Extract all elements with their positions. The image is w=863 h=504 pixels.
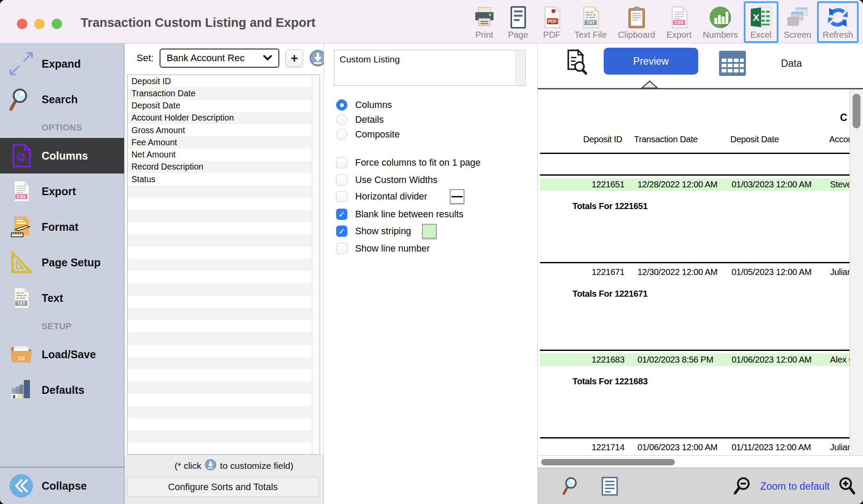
toolbar-button-text-file[interactable]: TXTText File bbox=[569, 1, 612, 43]
sidebar-item-search[interactable]: Search bbox=[0, 82, 124, 117]
radio-row-details[interactable]: Details bbox=[336, 112, 384, 127]
sidebar-item-text[interactable]: TXTText bbox=[0, 280, 124, 316]
field-row[interactable]: Account Holder Description bbox=[127, 112, 312, 124]
field-row[interactable]: Status bbox=[127, 173, 312, 185]
zoom-to-default-link[interactable]: Zoom to default bbox=[755, 468, 835, 504]
radio-row-composite[interactable]: Composite bbox=[336, 127, 400, 142]
fields-panel: Set: Bank Account Rec + Deposit IDTransa… bbox=[124, 43, 324, 504]
toolbar-button-pdf[interactable]: PDFPDF bbox=[535, 1, 569, 43]
toolbar-button-label: Excel bbox=[750, 30, 771, 40]
checkbox-horizontal-divider[interactable] bbox=[336, 191, 347, 202]
zoom-window-button[interactable] bbox=[52, 19, 62, 29]
columns-gear-doc-icon: ⚙ bbox=[5, 144, 37, 168]
checkbox-row-show-striping[interactable]: Show striping bbox=[336, 224, 411, 239]
preview-cell-deposit-id: 1221714 bbox=[564, 441, 624, 454]
data-grid-icon[interactable] bbox=[718, 49, 747, 79]
preview-group: 122171401/06/2023 12:00 AM01/11/2023 12:… bbox=[538, 437, 850, 455]
radio-details[interactable] bbox=[336, 114, 347, 125]
field-row bbox=[127, 357, 312, 369]
sidebar-item-page-setup[interactable]: Page Setup bbox=[0, 245, 124, 280]
toolbar-button-numbers[interactable]: Numbers bbox=[697, 1, 743, 43]
zoom-out-icon[interactable] bbox=[732, 477, 751, 497]
preview-group: 122167112/30/2022 12:00 AM01/05/2023 12:… bbox=[538, 262, 850, 350]
sidebar-item-format[interactable]: Format bbox=[0, 209, 124, 245]
field-row[interactable]: Net Amount bbox=[127, 149, 312, 161]
add-set-button[interactable]: + bbox=[285, 49, 303, 67]
minimize-button[interactable] bbox=[34, 19, 45, 29]
vertical-scroll-thumb[interactable] bbox=[853, 94, 860, 128]
sidebar-item-columns[interactable]: ⚙Columns bbox=[0, 138, 124, 173]
field-row bbox=[127, 443, 312, 455]
field-row bbox=[127, 430, 312, 442]
checkbox-row-force-columns-to-fit-on-1-page[interactable]: Force columns to fit on 1 page bbox=[336, 155, 481, 170]
checkbox-force-columns-to-fit-on-1-page[interactable] bbox=[336, 157, 347, 168]
checkbox-blank-line-between-results[interactable] bbox=[336, 209, 347, 220]
preview-totals: Totals For 1221651 bbox=[572, 201, 647, 211]
sidebar-item-expand[interactable]: Expand bbox=[0, 46, 124, 82]
horizontal-scroll-thumb[interactable] bbox=[541, 459, 675, 465]
field-row bbox=[127, 369, 312, 381]
preview-horizontal-scrollbar[interactable] bbox=[538, 455, 863, 468]
sidebar: ExpandSearchOPTIONS⚙ColumnsCSVExportForm… bbox=[0, 43, 124, 504]
checkbox-show-striping[interactable] bbox=[336, 226, 347, 237]
toolbar-button-screen[interactable]: Screen bbox=[778, 1, 817, 43]
field-row[interactable]: Deposit ID bbox=[127, 75, 312, 87]
field-row bbox=[127, 418, 312, 430]
field-row[interactable]: Deposit Date bbox=[127, 100, 312, 112]
listing-name-input[interactable]: Custom Listing bbox=[334, 50, 526, 86]
magnifier-icon[interactable] bbox=[562, 476, 582, 497]
tab-data[interactable]: Data bbox=[763, 43, 820, 83]
toolbar-button-export[interactable]: CSVExport bbox=[661, 1, 697, 43]
field-row[interactable]: Transaction Date bbox=[127, 87, 312, 99]
field-row[interactable]: Record Description bbox=[127, 161, 312, 173]
svg-text:X: X bbox=[753, 12, 760, 23]
customize-hint: (* click to customize field) bbox=[146, 459, 322, 473]
zoom-in-icon[interactable] bbox=[838, 477, 857, 497]
radio-columns[interactable] bbox=[336, 99, 347, 111]
sidebar-item-load-save[interactable]: Load/Save bbox=[0, 337, 124, 372]
checkbox-show-line-number[interactable] bbox=[336, 243, 347, 254]
field-row[interactable]: Gross Amount bbox=[127, 124, 312, 136]
txt-file-icon: TXT bbox=[579, 5, 602, 29]
preview-group-rule bbox=[540, 174, 850, 176]
radio-row-columns[interactable]: Columns bbox=[336, 98, 392, 112]
checkbox-row-show-line-number[interactable]: Show line number bbox=[336, 241, 430, 256]
sidebar-item-export[interactable]: CSVExport bbox=[0, 173, 124, 209]
toolbar-button-refresh[interactable]: Refresh bbox=[817, 1, 859, 43]
striping-color-swatch[interactable] bbox=[422, 224, 437, 239]
app-window: Transaction Custom Listing and Export Pr… bbox=[0, 0, 863, 504]
field-list-scrollbar[interactable] bbox=[312, 75, 320, 454]
set-row: Set: Bank Account Rec + bbox=[137, 49, 327, 68]
checkbox-row-blank-line-between-results[interactable]: Blank line between results bbox=[336, 207, 464, 222]
preview-doc-icon[interactable] bbox=[563, 49, 589, 77]
checkbox-use-custom-widths[interactable] bbox=[336, 174, 347, 186]
tab-preview[interactable]: Preview bbox=[604, 48, 698, 75]
set-dropdown[interactable]: Bank Account Rec bbox=[160, 49, 279, 68]
radio-composite[interactable] bbox=[336, 129, 347, 140]
preview-cell-deposit-id: 1221683 bbox=[564, 353, 624, 366]
close-button[interactable] bbox=[17, 19, 27, 29]
sidebar-item-label: Defaults bbox=[42, 384, 85, 396]
preview-cell-deposit-date: 01/05/2023 12:00 AM bbox=[732, 266, 811, 278]
toolbar-button-clipboard[interactable]: Clipboard bbox=[612, 1, 661, 43]
preview-vertical-scrollbar[interactable] bbox=[850, 89, 863, 455]
toolbar-button-excel[interactable]: XExcel bbox=[744, 1, 778, 43]
field-row[interactable]: Fee Amount bbox=[127, 136, 312, 148]
sidebar-item-label: Search bbox=[42, 93, 78, 106]
toolbar-button-label: Text File bbox=[575, 30, 607, 40]
preview-cell-account: Steve bbox=[830, 178, 850, 191]
set-dropdown-value: Bank Account Rec bbox=[167, 52, 245, 64]
toolbar-button-label: Clipboard bbox=[618, 30, 655, 40]
configure-sorts-totals-button[interactable]: Configure Sorts and Totals bbox=[127, 477, 319, 497]
radio-label: Composite bbox=[355, 129, 400, 140]
checkbox-label: Show line number bbox=[355, 243, 430, 254]
checkbox-row-use-custom-widths[interactable]: Use Custom Widths bbox=[336, 173, 438, 187]
sidebar-collapse-button[interactable]: Collapse bbox=[0, 467, 124, 504]
toolbar-button-page[interactable]: Page bbox=[501, 1, 535, 43]
sidebar-item-defaults[interactable]: Defaults bbox=[0, 372, 124, 408]
horizontal-divider-style-button[interactable] bbox=[450, 189, 464, 204]
document-icon[interactable] bbox=[601, 477, 618, 497]
header-rule bbox=[540, 153, 850, 154]
checkbox-row-horizontal-divider[interactable]: Horizontal divider bbox=[336, 189, 427, 204]
toolbar-button-print[interactable]: Print bbox=[467, 1, 501, 43]
